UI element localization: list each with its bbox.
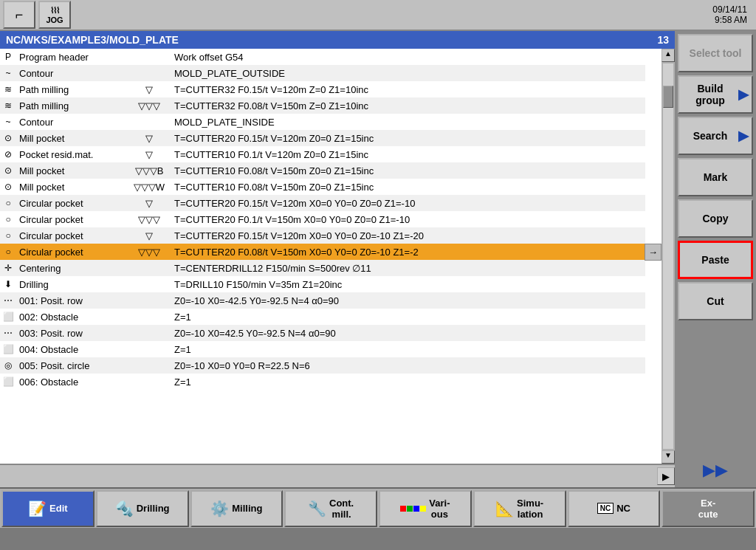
row-description: T=CUTTER10 F0.08/t V=150m Z0=0 Z1=15inc [171, 162, 645, 179]
row-symbol [127, 325, 171, 341]
simulation-button[interactable]: 📐 Simu- lation [473, 490, 566, 527]
table-row[interactable]: ◎005: Posit. circleZ0=-10 X0=0 Y0=0 R=22… [0, 357, 662, 374]
row-symbol: ▽▽▽ [127, 211, 171, 227]
row-description: Z=1 [171, 374, 645, 390]
row-name: Path milling [16, 97, 127, 114]
row-symbol: ▽ [127, 146, 171, 162]
program-table: PProgram headerWork offset G54~ContourMO… [0, 49, 662, 464]
nc-badge: NC [597, 503, 614, 514]
table-row[interactable]: ○Circular pocket▽T=CUTTER20 F0.15/t V=12… [0, 195, 662, 211]
row-description: T=CUTTER20 F0.08/t V=150m X0=0 Y0=0 Z0=-… [171, 244, 645, 260]
build-group-arrow-icon: ▶ [738, 86, 749, 103]
row-icon: ○ [0, 227, 16, 244]
table-row[interactable]: ⊙Mill pocket▽▽▽WT=CUTTER10 F0.08/t V=150… [0, 179, 662, 195]
table-row[interactable]: ~ContourMOLD_PLATE_INSIDE [0, 114, 662, 130]
program-list: PProgram headerWork offset G54~ContourMO… [0, 49, 662, 390]
fast-forward-button[interactable]: ▶▶ [678, 456, 753, 484]
simulation-icon: 📐 [495, 500, 514, 518]
row-name: Contour [16, 114, 127, 130]
row-description: Z0=-10 X0=0 Y0=0 R=22.5 N=6 [171, 357, 645, 374]
table-row[interactable]: ✛CenteringT=CENTERDRILL12 F150/min S=500… [0, 260, 662, 276]
cont-mill-icon: 🔧 [308, 500, 326, 518]
table-row[interactable]: ⊙Mill pocket▽▽▽BT=CUTTER10 F0.08/t V=150… [0, 162, 662, 179]
sidebar: Select tool Build group ▶ Search ▶ Mark … [675, 31, 756, 487]
row-symbol [127, 276, 171, 292]
mark-button[interactable]: Mark [678, 158, 753, 196]
table-row[interactable]: ⋯001: Posit. rowZ0=-10 X0=-42.5 Y0=-92.5… [0, 292, 662, 309]
table-row[interactable]: ⬜004: ObstacleZ=1 [0, 341, 662, 357]
row-icon: ⬜ [0, 309, 16, 325]
edit-icon: 📝 [28, 500, 47, 518]
cut-button[interactable]: Cut [678, 282, 753, 320]
nav-row: ▶ [0, 464, 675, 487]
row-symbol: ▽▽▽ [127, 244, 171, 260]
table-row[interactable]: ⋯003: Posit. rowZ0=-10 X0=42.5 Y0=-92.5 … [0, 325, 662, 341]
milling-icon: ⚙️ [210, 500, 229, 518]
row-description: MOLD_PLATE_OUTSIDE [171, 65, 645, 81]
drilling-button[interactable]: 🔩 Drilling [96, 490, 189, 527]
row-overflow-arrow: → [645, 244, 662, 260]
row-icon: ⋯ [0, 325, 16, 341]
cont-mill-button[interactable]: 🔧 Cont. mill. [284, 490, 377, 527]
table-row[interactable]: ⊘Pocket resid.mat.▽T=CUTTER10 F0.1/t V=1… [0, 146, 662, 162]
table-row[interactable]: ○Circular pocket▽▽▽T=CUTTER20 F0.1/t V=1… [0, 211, 662, 227]
row-name: Circular pocket [16, 244, 127, 260]
execute-button[interactable]: Ex- cute [662, 490, 755, 527]
row-symbol [127, 374, 171, 390]
row-symbol: ▽▽▽ [127, 97, 171, 114]
row-description: T=CUTTER20 F0.15/t V=120m X0=0 Y0=0 Z0=0… [171, 195, 645, 211]
select-tool-button[interactable]: Select tool [678, 34, 753, 72]
row-symbol [127, 292, 171, 309]
row-icon: ~ [0, 65, 16, 81]
row-icon: ○ [0, 195, 16, 211]
build-group-button[interactable]: Build group ▶ [678, 75, 753, 114]
row-icon: ⬜ [0, 374, 16, 390]
search-button[interactable]: Search ▶ [678, 117, 753, 155]
back-button[interactable]: ⌐ [3, 1, 35, 29]
table-row[interactable]: ⊙Mill pocket▽T=CUTTER20 F0.15/t V=120m Z… [0, 130, 662, 146]
table-row[interactable]: ⬇DrillingT=DRILL10 F150/min V=35m Z1=20i… [0, 276, 662, 292]
search-arrow-icon: ▶ [738, 128, 749, 144]
milling-button[interactable]: ⚙️ Milling [190, 490, 284, 527]
row-symbol [127, 341, 171, 357]
row-name: Circular pocket [16, 195, 127, 211]
row-name: Program header [16, 49, 127, 65]
scroll-down-button[interactable]: ▼ [662, 450, 675, 464]
row-description: MOLD_PLATE_INSIDE [171, 114, 645, 130]
row-description: Work offset G54 [171, 49, 645, 65]
row-name: Drilling [16, 276, 127, 292]
edit-button[interactable]: 📝 Edit [1, 490, 94, 527]
copy-button[interactable]: Copy [678, 199, 753, 238]
table-row[interactable]: ~ContourMOLD_PLATE_OUTSIDE [0, 65, 662, 81]
row-symbol [127, 114, 171, 130]
nav-forward-button[interactable]: ▶ [657, 467, 675, 485]
table-row[interactable]: ≋Path milling▽▽▽T=CUTTER32 F0.08/t V=150… [0, 97, 662, 114]
top-bar: ⌐ ⌇⌇⌇ JOG 09/14/11 9:58 AM [0, 0, 756, 31]
table-row[interactable]: ⬜006: ObstacleZ=1 [0, 374, 662, 390]
row-description: T=DRILL10 F150/min V=35m Z1=20inc [171, 276, 645, 292]
scroll-up-button[interactable]: ▲ [662, 49, 675, 62]
bottom-toolbar: 📝 Edit 🔩 Drilling ⚙️ Milling 🔧 Cont. mil… [0, 487, 756, 528]
table-scroll[interactable]: PProgram headerWork offset G54~ContourMO… [0, 49, 662, 464]
paste-button[interactable]: Paste [678, 241, 753, 279]
table-row[interactable]: ○Circular pocket▽T=CUTTER20 F0.15/t V=12… [0, 227, 662, 244]
row-description: Z0=-10 X0=42.5 Y0=-92.5 N=4 α0=90 [171, 325, 645, 341]
scroll-thumb[interactable] [663, 86, 673, 108]
table-row[interactable]: PProgram headerWork offset G54 [0, 49, 662, 65]
row-name: Mill pocket [16, 130, 127, 146]
scrollbar[interactable]: ▲ ▼ [662, 49, 675, 464]
row-symbol: ▽ [127, 130, 171, 146]
various-button[interactable]: Vari- ous [379, 490, 472, 527]
nc-button[interactable]: NC NC [568, 490, 661, 527]
table-row[interactable]: ○Circular pocket▽▽▽T=CUTTER20 F0.08/t V=… [0, 244, 662, 260]
row-symbol: ▽▽▽B [127, 162, 171, 179]
row-icon: ⊙ [0, 162, 16, 179]
jog-button[interactable]: ⌇⌇⌇ JOG [38, 1, 71, 29]
table-row[interactable]: ⬜002: ObstacleZ=1 [0, 309, 662, 325]
row-symbol: ▽ [127, 195, 171, 211]
datetime-display: 09/14/11 9:58 AM [712, 4, 753, 25]
table-row[interactable]: ≋Path milling▽T=CUTTER32 F0.15/t V=120m … [0, 81, 662, 97]
row-name: 005: Posit. circle [16, 357, 127, 374]
scroll-track [663, 63, 673, 449]
main-area: NC/WKS/EXAMPLE3/MOLD_PLATE 13 PProgram h… [0, 31, 756, 487]
